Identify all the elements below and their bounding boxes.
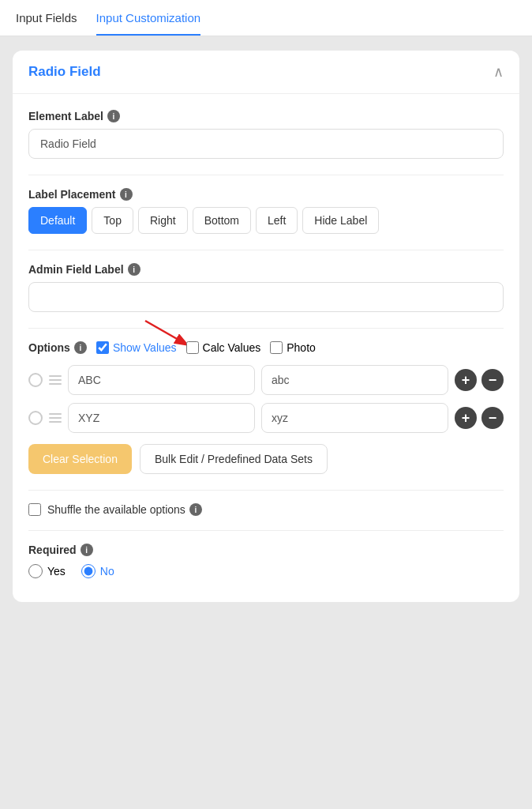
required-info-icon[interactable]: i	[81, 544, 93, 556]
drag-handle-1[interactable]	[49, 375, 62, 385]
admin-field-label-heading: Admin Field Label i	[28, 263, 504, 276]
drag-handle-2[interactable]	[49, 413, 62, 423]
required-yes-option[interactable]: Yes	[28, 564, 66, 578]
clear-selection-button[interactable]: Clear Selection	[28, 444, 132, 474]
photo-checkbox[interactable]	[270, 341, 283, 354]
element-label-info-icon[interactable]: i	[107, 110, 120, 122]
element-label-input[interactable]	[28, 129, 504, 159]
shuffle-label: Shuffle the available options i	[47, 503, 202, 516]
required-section: Required i Yes No	[28, 544, 504, 578]
label-placement-heading: Label Placement i	[28, 188, 504, 201]
options-info-icon[interactable]: i	[74, 341, 87, 354]
label-placement-info-icon[interactable]: i	[120, 188, 133, 201]
divider-4	[28, 490, 504, 491]
header-tabs: Input Fields Input Customization	[0, 0, 532, 36]
tab-input-customization[interactable]: Input Customization	[96, 11, 201, 36]
card-body: Element Label i Label Placement i Defaul…	[13, 94, 519, 602]
option-actions-2: + −	[455, 407, 504, 429]
admin-field-label-section: Admin Field Label i	[28, 263, 504, 312]
options-arrow-container: Options i Show Values Calc Values Photo	[28, 341, 504, 354]
option-actions-1: + −	[455, 369, 504, 391]
option-radio-1[interactable]	[28, 373, 43, 387]
option-add-btn-1[interactable]: +	[455, 369, 477, 391]
admin-field-label-info-icon[interactable]: i	[128, 263, 140, 276]
required-radio-group: Yes No	[28, 564, 504, 578]
divider-5	[28, 530, 504, 531]
required-no-radio[interactable]	[81, 564, 96, 578]
placement-btn-left[interactable]: Left	[256, 207, 298, 234]
photo-checkbox-label[interactable]: Photo	[270, 341, 316, 354]
divider-2	[28, 250, 504, 250]
label-placement-section: Label Placement i Default Top Right Bott…	[28, 188, 504, 234]
placement-btn-default[interactable]: Default	[28, 207, 87, 234]
element-label-heading: Element Label i	[28, 110, 504, 122]
option-row-2: + −	[28, 403, 504, 433]
element-label-section: Element Label i	[28, 110, 504, 159]
placement-btn-bottom[interactable]: Bottom	[193, 207, 251, 234]
radio-field-card: Radio Field ∧ Element Label i Label Plac…	[13, 51, 519, 602]
show-values-checkbox-label[interactable]: Show Values	[96, 341, 177, 354]
required-heading: Required i	[28, 544, 504, 556]
options-label: Options i	[28, 341, 87, 354]
option-remove-btn-1[interactable]: −	[481, 369, 504, 391]
option-row-1: + −	[28, 365, 504, 395]
main-content: Radio Field ∧ Element Label i Label Plac…	[0, 36, 532, 809]
collapse-icon[interactable]: ∧	[493, 63, 504, 81]
shuffle-info-icon[interactable]: i	[189, 503, 202, 516]
option-value-1[interactable]	[261, 365, 448, 395]
option-radio-2[interactable]	[28, 411, 43, 425]
show-values-checkbox[interactable]	[96, 341, 109, 354]
card-header: Radio Field ∧	[13, 51, 519, 94]
placement-btn-right[interactable]: Right	[138, 207, 188, 234]
placement-btn-hide-label[interactable]: Hide Label	[302, 207, 379, 234]
placement-buttons-group: Default Top Right Bottom Left Hide Label	[28, 207, 504, 234]
calc-values-checkbox-label[interactable]: Calc Values	[186, 341, 261, 354]
placement-btn-top[interactable]: Top	[92, 207, 133, 234]
option-add-btn-2[interactable]: +	[455, 407, 477, 429]
option-text-2[interactable]	[68, 403, 255, 433]
option-remove-btn-2[interactable]: −	[481, 407, 504, 429]
action-buttons: Clear Selection Bulk Edit / Predefined D…	[28, 444, 504, 474]
calc-values-checkbox[interactable]	[186, 341, 199, 354]
required-yes-radio[interactable]	[28, 564, 43, 578]
shuffle-row: Shuffle the available options i	[28, 503, 504, 516]
required-no-option[interactable]: No	[81, 564, 114, 578]
options-row: Options i Show Values Calc Values Photo	[28, 341, 504, 354]
option-value-2[interactable]	[261, 403, 448, 433]
divider-3	[28, 328, 504, 329]
option-text-1[interactable]	[68, 365, 255, 395]
shuffle-checkbox[interactable]	[28, 503, 41, 516]
admin-field-label-input[interactable]	[28, 282, 504, 312]
tab-input-fields[interactable]: Input Fields	[16, 11, 77, 36]
divider-1	[28, 175, 504, 175]
bulk-edit-button[interactable]: Bulk Edit / Predefined Data Sets	[140, 444, 328, 474]
card-title: Radio Field	[28, 64, 101, 80]
